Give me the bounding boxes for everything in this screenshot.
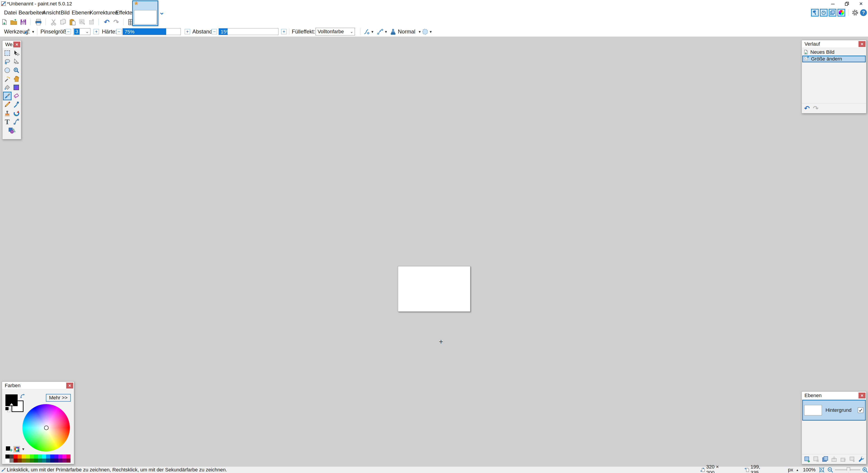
zoom-slider[interactable] bbox=[835, 467, 860, 473]
antialiasing-dropdown[interactable]: ▼ bbox=[364, 27, 374, 37]
close-window-button[interactable]: × bbox=[854, 0, 868, 7]
spacing-decrease-button[interactable]: − bbox=[212, 29, 217, 34]
add-to-palette-button[interactable]: + bbox=[6, 446, 12, 452]
help-button[interactable]: ? bbox=[860, 9, 867, 16]
hardness-increase-button[interactable]: + bbox=[185, 29, 190, 34]
tool-ellipse-select[interactable] bbox=[3, 66, 11, 74]
spacing-increase-button[interactable]: + bbox=[281, 29, 287, 34]
history-item-groesse-aendern[interactable]: Größe ändern bbox=[802, 56, 866, 62]
palette-swatch[interactable] bbox=[50, 454, 54, 459]
paste-button[interactable] bbox=[69, 18, 76, 26]
palette-swatch[interactable] bbox=[9, 454, 13, 459]
merge-layer-down-button[interactable] bbox=[831, 455, 838, 463]
brush-size-decrease-button[interactable]: − bbox=[66, 29, 71, 34]
open-image-tab[interactable]: * bbox=[132, 0, 158, 26]
close-icon[interactable]: × bbox=[66, 383, 73, 388]
palette-swatch[interactable] bbox=[5, 454, 9, 459]
layer-visibility-checkbox[interactable] bbox=[858, 407, 863, 413]
workspace[interactable]: + bbox=[0, 37, 868, 467]
palette-swatch[interactable] bbox=[18, 454, 22, 459]
active-tool-dropdown[interactable]: ▼ bbox=[23, 27, 35, 37]
unit-selector[interactable]: px ▲ bbox=[788, 467, 799, 473]
tool-shapes[interactable] bbox=[7, 126, 16, 135]
palette-swatch[interactable] bbox=[38, 454, 42, 459]
print-button[interactable] bbox=[35, 18, 42, 26]
copy-button[interactable] bbox=[59, 18, 67, 26]
tool-pencil[interactable] bbox=[3, 100, 11, 109]
palette-swatch[interactable] bbox=[34, 459, 38, 463]
history-item-neues-bild[interactable]: Neues Bild bbox=[802, 49, 866, 56]
close-icon[interactable]: × bbox=[13, 41, 20, 47]
duplicate-layer-button[interactable] bbox=[822, 455, 829, 463]
brush-size-combo[interactable]: 3 ⌄ bbox=[73, 28, 90, 35]
open-file-button[interactable] bbox=[10, 18, 18, 26]
hardness-decrease-button[interactable]: − bbox=[116, 29, 122, 34]
palette-swatch[interactable] bbox=[22, 454, 26, 459]
cut-button[interactable] bbox=[50, 18, 57, 26]
palette-menu-button[interactable] bbox=[13, 446, 20, 452]
zoom-to-window-button[interactable] bbox=[819, 467, 825, 473]
zoom-in-button[interactable] bbox=[862, 467, 868, 473]
palette-swatch[interactable] bbox=[62, 459, 66, 463]
tool-move-selection[interactable] bbox=[12, 57, 21, 66]
undo-button[interactable]: ↶ bbox=[103, 18, 111, 26]
tool-color-picker[interactable] bbox=[12, 100, 21, 109]
deselect-button[interactable] bbox=[88, 18, 95, 26]
selection-clipping-dropdown[interactable]: ▼ bbox=[422, 27, 432, 37]
redo-button[interactable]: ↷ bbox=[813, 105, 818, 112]
palette-swatch[interactable] bbox=[30, 454, 34, 459]
palette-swatch[interactable] bbox=[54, 454, 58, 459]
settings-button[interactable] bbox=[851, 9, 859, 16]
zoom-slider-thumb[interactable] bbox=[847, 467, 850, 472]
zoom-level[interactable]: 100% bbox=[803, 467, 815, 473]
more-colors-button[interactable]: Mehr >> bbox=[46, 394, 71, 402]
tool-zoom[interactable] bbox=[12, 66, 21, 74]
spacing-slider[interactable]: 15% bbox=[219, 28, 278, 35]
crop-to-selection-button[interactable] bbox=[78, 18, 86, 26]
tool-clone-stamp[interactable] bbox=[3, 109, 11, 117]
palette-swatch[interactable] bbox=[66, 454, 70, 459]
palette-swatch[interactable] bbox=[42, 459, 46, 463]
tool-eraser[interactable] bbox=[12, 92, 21, 100]
layer-row-hintergrund[interactable]: Hintergrund bbox=[802, 400, 866, 420]
zoom-out-button[interactable] bbox=[827, 467, 833, 473]
blend-mode-dropdown[interactable]: Normal ▼ bbox=[390, 27, 421, 37]
palette-swatch[interactable] bbox=[5, 459, 9, 463]
toggle-history-panel-button[interactable] bbox=[820, 9, 828, 16]
move-layer-up-button[interactable] bbox=[840, 455, 847, 463]
palette-swatch[interactable] bbox=[58, 454, 62, 459]
palette-swatch[interactable] bbox=[38, 459, 42, 463]
image-list-chevron-button[interactable]: ⌄ bbox=[159, 8, 164, 16]
add-layer-button[interactable] bbox=[804, 455, 811, 463]
palette-swatch[interactable] bbox=[58, 459, 62, 463]
toggle-colors-panel-button[interactable] bbox=[837, 9, 845, 16]
tool-lasso-select[interactable] bbox=[3, 57, 11, 66]
restore-button[interactable] bbox=[840, 0, 854, 7]
tool-line-curve[interactable] bbox=[12, 117, 21, 126]
delete-layer-button[interactable] bbox=[813, 455, 820, 463]
redo-button[interactable]: ↷ bbox=[112, 18, 120, 26]
palette-swatch[interactable] bbox=[46, 454, 50, 459]
fill-style-select[interactable]: Volltonfarbe ⌄ bbox=[315, 28, 355, 35]
tool-paintbrush[interactable] bbox=[3, 92, 11, 100]
tool-magic-wand[interactable] bbox=[3, 74, 11, 83]
primary-color-swatch[interactable] bbox=[5, 395, 18, 406]
tool-gradient[interactable] bbox=[12, 83, 21, 92]
palette-swatch[interactable] bbox=[42, 454, 46, 459]
smoothing-dropdown[interactable]: ▼ bbox=[377, 27, 388, 37]
tool-recolor[interactable] bbox=[12, 109, 21, 117]
minimize-button[interactable] bbox=[826, 0, 840, 7]
palette-swatch[interactable] bbox=[50, 459, 54, 463]
toggle-tools-panel-button[interactable] bbox=[811, 9, 819, 16]
palette-swatch[interactable] bbox=[13, 454, 18, 459]
save-button[interactable] bbox=[20, 18, 27, 26]
move-layer-down-button[interactable] bbox=[849, 455, 856, 463]
palette-swatch[interactable] bbox=[46, 459, 50, 463]
undo-button[interactable]: ↶ bbox=[804, 105, 810, 112]
tool-paint-bucket[interactable] bbox=[3, 83, 11, 92]
palette-swatch[interactable] bbox=[22, 459, 26, 463]
palette-swatch[interactable] bbox=[9, 459, 13, 463]
palette-swatch[interactable] bbox=[30, 459, 34, 463]
color-wheel-cursor[interactable] bbox=[44, 426, 49, 430]
palette-swatch[interactable] bbox=[18, 459, 22, 463]
